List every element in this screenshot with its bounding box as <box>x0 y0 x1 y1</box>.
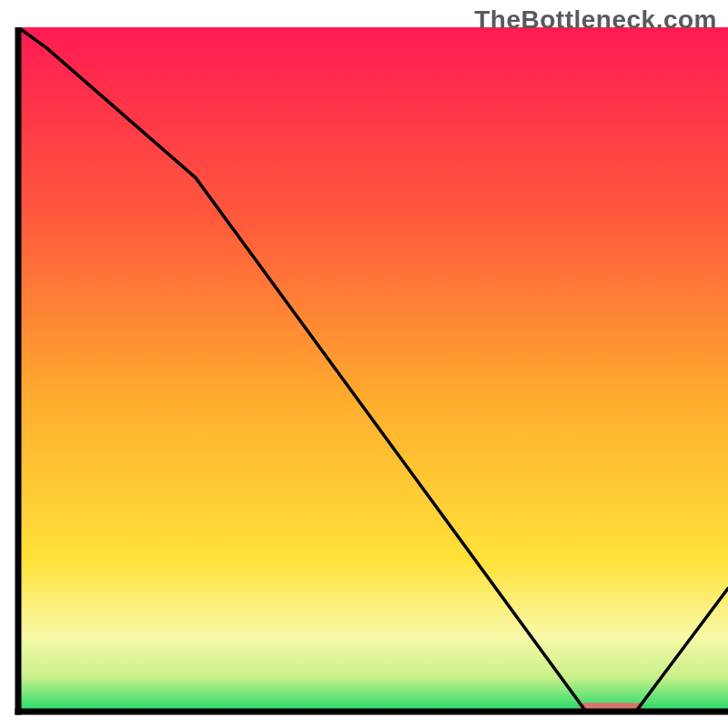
bottleneck-chart <box>0 0 728 728</box>
watermark-label: TheBottleneck.com <box>474 5 717 35</box>
plot-area <box>18 27 728 713</box>
chart-container: TheBottleneck.com <box>0 0 728 728</box>
gradient-background <box>18 27 728 712</box>
